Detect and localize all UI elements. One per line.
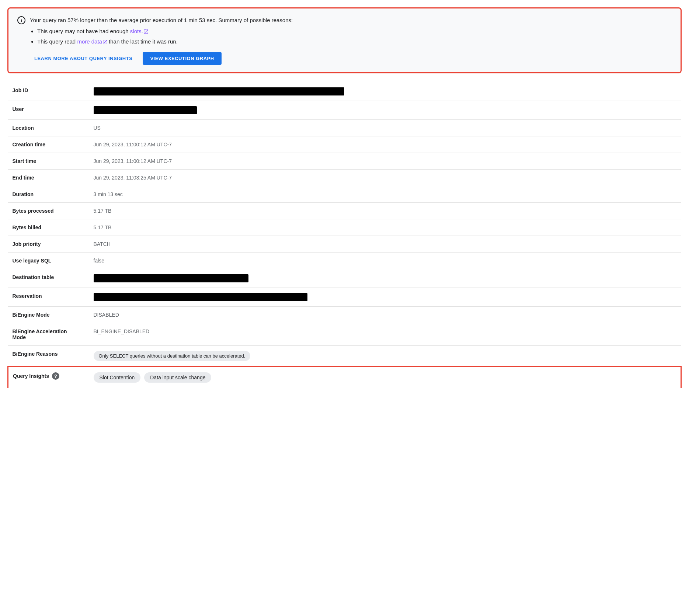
info-icon: i [17, 16, 25, 24]
table-row: Start time Jun 29, 2023, 11:00:12 AM UTC… [8, 153, 681, 170]
label-destination-table: Destination table [8, 269, 89, 288]
slot-contention-chip[interactable]: Slot Contention [94, 372, 141, 383]
table-row: Job priority BATCH [8, 236, 681, 253]
label-use-legacy-sql: Use legacy SQL [8, 253, 89, 269]
table-row: BiEngine Mode DISABLED [8, 307, 681, 323]
label-location: Location [8, 120, 89, 136]
alert-header: i Your query ran 57% longer than the ave… [17, 16, 672, 46]
label-job-id: Job ID [8, 82, 89, 101]
insights-chips: Slot Contention Data input scale change [94, 372, 676, 383]
alert-banner: i Your query ran 57% longer than the ave… [7, 7, 682, 73]
reason1-before: This query may not have had enough [37, 28, 130, 34]
table-row: Destination table [8, 269, 681, 288]
redacted-reservation [94, 293, 307, 301]
label-duration: Duration [8, 186, 89, 203]
label-biengine-reasons: BiEngine Reasons [8, 346, 89, 367]
alert-main-text: Your query ran 57% longer than the avera… [30, 17, 293, 23]
label-bytes-billed: Bytes billed [8, 219, 89, 236]
query-insights-label: Query Insights ? [13, 372, 85, 380]
biengine-reason-chip: Only SELECT queries without a destinatio… [94, 351, 251, 361]
table-row: BiEngine Reasons Only SELECT queries wit… [8, 346, 681, 367]
label-creation-time: Creation time [8, 136, 89, 153]
value-location: US [89, 120, 681, 136]
alert-reasons-list: This query may not have had enough slots… [37, 27, 293, 46]
value-bytes-processed: 5.17 TB [89, 203, 681, 219]
value-end-time: Jun 29, 2023, 11:03:25 AM UTC-7 [89, 170, 681, 186]
alert-actions: LEARN MORE ABOUT QUERY INSIGHTS VIEW EXE… [17, 52, 672, 65]
external-link-icon [144, 29, 148, 34]
label-end-time: End time [8, 170, 89, 186]
table-row: Bytes billed 5.17 TB [8, 219, 681, 236]
query-insights-text: Query Insights [13, 373, 49, 379]
label-reservation: Reservation [8, 288, 89, 307]
label-start-time: Start time [8, 153, 89, 170]
value-biengine-mode: DISABLED [89, 307, 681, 323]
table-row: User [8, 101, 681, 120]
external-link-icon-2 [103, 40, 107, 44]
table-row: Reservation [8, 288, 681, 307]
label-biengine-acceleration-mode: BiEngine AccelerationMode [8, 323, 89, 346]
query-insights-row: Query Insights ? Slot Contention Data in… [8, 367, 681, 388]
value-biengine-reasons: Only SELECT queries without a destinatio… [89, 346, 681, 367]
details-table: Job ID User Location US Creation time Ju… [7, 82, 682, 388]
value-biengine-acceleration-mode: BI_ENGINE_DISABLED [89, 323, 681, 346]
alert-reason-1: This query may not have had enough slots… [37, 27, 293, 36]
table-row: Use legacy SQL false [8, 253, 681, 269]
value-use-legacy-sql: false [89, 253, 681, 269]
table-row: Creation time Jun 29, 2023, 11:00:12 AM … [8, 136, 681, 153]
value-creation-time: Jun 29, 2023, 11:00:12 AM UTC-7 [89, 136, 681, 153]
table-row: Location US [8, 120, 681, 136]
value-bytes-billed: 5.17 TB [89, 219, 681, 236]
value-job-priority: BATCH [89, 236, 681, 253]
query-insights-chips-cell: Slot Contention Data input scale change [89, 367, 681, 388]
data-input-scale-change-chip[interactable]: Data input scale change [144, 372, 211, 383]
slots-link[interactable]: slots. [130, 28, 148, 34]
learn-more-button[interactable]: LEARN MORE ABOUT QUERY INSIGHTS [30, 53, 137, 64]
alert-reason-2: This query read more data than the last … [37, 37, 293, 46]
table-row: Duration 3 min 13 sec [8, 186, 681, 203]
more-data-link[interactable]: more data [77, 38, 107, 45]
query-insights-help-icon[interactable]: ? [52, 372, 59, 380]
value-user [89, 101, 681, 120]
label-user: User [8, 101, 89, 120]
reason2-before: This query read [37, 38, 77, 45]
value-duration: 3 min 13 sec [89, 186, 681, 203]
redacted-user [94, 106, 197, 114]
label-biengine-mode: BiEngine Mode [8, 307, 89, 323]
redacted-job-id [94, 87, 344, 95]
table-row: End time Jun 29, 2023, 11:03:25 AM UTC-7 [8, 170, 681, 186]
reason2-after: than the last time it was run. [107, 38, 178, 45]
alert-message: Your query ran 57% longer than the avera… [30, 16, 293, 46]
value-start-time: Jun 29, 2023, 11:00:12 AM UTC-7 [89, 153, 681, 170]
value-destination-table [89, 269, 681, 288]
table-row: Bytes processed 5.17 TB [8, 203, 681, 219]
table-row: BiEngine AccelerationMode BI_ENGINE_DISA… [8, 323, 681, 346]
table-row: Job ID [8, 82, 681, 101]
value-reservation [89, 288, 681, 307]
redacted-destination [94, 274, 248, 282]
query-insights-label-cell: Query Insights ? [8, 367, 89, 388]
view-execution-graph-button[interactable]: VIEW EXECUTION GRAPH [143, 52, 221, 65]
value-job-id [89, 82, 681, 101]
label-job-priority: Job priority [8, 236, 89, 253]
label-bytes-processed: Bytes processed [8, 203, 89, 219]
